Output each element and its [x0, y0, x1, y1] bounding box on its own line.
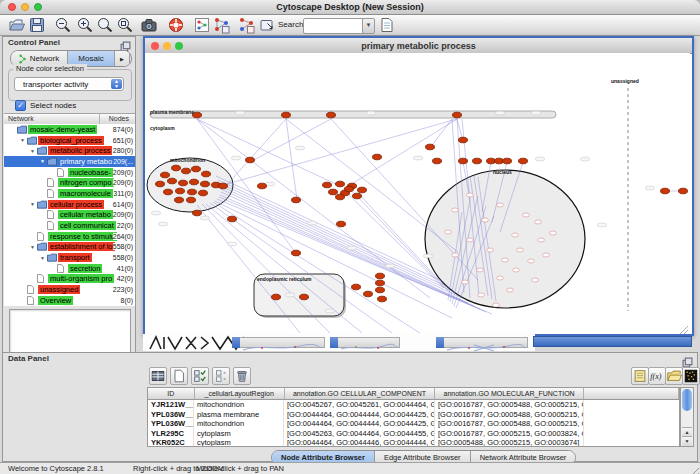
- network-node[interactable]: [661, 188, 670, 194]
- search-input[interactable]: [303, 18, 367, 34]
- background-window[interactable]: [232, 337, 325, 348]
- tree-row-secretion[interactable]: secretion41(0): [4, 263, 135, 274]
- network-node[interactable]: [192, 166, 201, 172]
- attribute-table-icon[interactable]: [149, 367, 167, 385]
- scroll-down-icon[interactable]: ▼: [682, 436, 692, 446]
- network-node[interactable]: [190, 179, 199, 185]
- network-node[interactable]: [300, 294, 309, 300]
- table-row-YJR121W__1[interactable]: YJR121W__1mitochondrion[GO:0045267, GO:0…: [148, 400, 679, 410]
- network-node[interactable]: [473, 158, 482, 164]
- network-node[interactable]: [352, 284, 361, 290]
- network-node[interactable]: [201, 181, 210, 187]
- tab-overflow-arrow[interactable]: ▶: [115, 51, 130, 66]
- network-canvas[interactable]: plasma membrane cytoplasm mitochondrion …: [145, 53, 690, 334]
- network-node[interactable]: [453, 112, 462, 118]
- network-node[interactable]: [364, 291, 373, 297]
- disclosure-triangle-icon[interactable]: ▼: [40, 255, 47, 261]
- table-row-YKR052C[interactable]: YKR052Ccytoplasm[GO:0044464, GO:0044446,…: [148, 438, 679, 447]
- node-color-dropdown[interactable]: transporter activity ▲▼: [14, 77, 124, 91]
- network-node[interactable]: [246, 157, 255, 163]
- import-file-icon[interactable]: [378, 16, 396, 34]
- overview-network-icon[interactable]: [193, 16, 211, 34]
- table-scrollbar[interactable]: ▲ ▼: [680, 387, 694, 447]
- network-node[interactable]: [193, 210, 202, 216]
- tree-row-response-to-stimulu[interactable]: response to stimulu264(0): [4, 231, 135, 242]
- tree-row-cell-communicat[interactable]: cell communicat22(0): [4, 220, 135, 231]
- unselect-attributes-icon[interactable]: [212, 367, 230, 385]
- float-panel-icon[interactable]: [120, 38, 131, 49]
- network-node[interactable]: [336, 181, 345, 187]
- function-builder-icon[interactable]: f(x): [648, 367, 666, 385]
- column-header-3[interactable]: annotation.GO MOLECULAR_FUNCTION: [435, 388, 584, 399]
- network-node[interactable]: [187, 197, 196, 203]
- column-header-0[interactable]: ID: [148, 388, 195, 399]
- network-node[interactable]: [156, 181, 165, 187]
- tree-row-biological-process[interactable]: ▼biological_process651(0): [4, 135, 135, 146]
- attribute-table-header[interactable]: ID_cellularLayoutRegionannotation.GO CEL…: [148, 388, 679, 400]
- network-node[interactable]: [336, 194, 345, 200]
- network-node[interactable]: [188, 189, 197, 195]
- column-header-2[interactable]: annotation.GO CELLULAR_COMPONENT: [285, 388, 436, 399]
- tree-row-establishment-of-lo[interactable]: ▼establishment of lo558(0): [4, 242, 135, 253]
- disclosure-triangle-icon[interactable]: ▼: [30, 244, 37, 250]
- network-node[interactable]: [172, 165, 181, 171]
- tree-row-mosaic-demo-yeast[interactable]: mosaic-demo-yeast874(0): [4, 124, 135, 135]
- select-nodes-checkbox[interactable]: ✓: [15, 100, 26, 111]
- vizmapper-edge-icon[interactable]: [238, 16, 256, 34]
- network-node[interactable]: [282, 112, 291, 118]
- disclosure-triangle-icon[interactable]: ▼: [40, 158, 47, 164]
- zoom-selected-icon[interactable]: [116, 16, 134, 34]
- network-node[interactable]: [168, 178, 177, 184]
- network-node[interactable]: [373, 154, 382, 160]
- tree-row-macromolecule[interactable]: macromolecule311(0): [4, 188, 135, 199]
- network-node[interactable]: [182, 168, 191, 174]
- float-panel-icon[interactable]: [682, 354, 693, 365]
- zoom-out-icon[interactable]: [54, 16, 72, 34]
- network-node[interactable]: [353, 193, 362, 199]
- tree-row-cellular-process[interactable]: ▼cellular process614(0): [4, 199, 135, 210]
- scrollbar-thumb[interactable]: [682, 389, 692, 411]
- network-node[interactable]: [199, 190, 208, 196]
- network-node[interactable]: [175, 197, 184, 203]
- network-node[interactable]: [345, 186, 354, 192]
- import-attributes-icon[interactable]: [665, 367, 683, 385]
- network-node[interactable]: [426, 144, 435, 150]
- tree-row-nitrogen-compo[interactable]: nitrogen compo209(0): [4, 177, 135, 188]
- network-node[interactable]: [358, 187, 367, 193]
- table-row-YPL036W__2[interactable]: YPL036W__2plasma membrane[GO:0044464, GO…: [148, 410, 679, 420]
- network-node[interactable]: [161, 172, 170, 178]
- tree-row-nucleobase-[interactable]: nucleobase-209(0): [4, 167, 135, 178]
- tree-row-primary-metabo[interactable]: ▼primary metabo209(...: [4, 156, 135, 167]
- network-node[interactable]: [376, 273, 385, 279]
- background-window[interactable]: [436, 337, 528, 348]
- network-node[interactable]: [376, 287, 385, 293]
- network-node[interactable]: [519, 158, 528, 164]
- tree-row-transport[interactable]: ▼transport558(0): [4, 252, 135, 263]
- tree-row-overview[interactable]: Overview8(0): [4, 295, 135, 306]
- matrix-icon[interactable]: [682, 367, 700, 385]
- network-node[interactable]: [337, 221, 346, 227]
- network-node[interactable]: [459, 158, 468, 164]
- resize-grip-icon[interactable]: [678, 322, 688, 332]
- disclosure-triangle-icon[interactable]: ▼: [30, 201, 37, 207]
- network-node[interactable]: [376, 280, 385, 286]
- network-node[interactable]: [327, 112, 336, 118]
- background-window[interactable]: [330, 337, 400, 348]
- vizmapper-node-icon[interactable]: [213, 16, 231, 34]
- network-node[interactable]: [272, 294, 281, 300]
- network-node[interactable]: [503, 158, 512, 164]
- network-node[interactable]: [329, 189, 338, 195]
- network-window-titlebar[interactable]: primary metabolic process: [145, 38, 692, 54]
- search-dropdown-icon[interactable]: ▼: [362, 18, 375, 34]
- table-row-YLR295C[interactable]: YLR295Ccytoplasm[GO:0045263, GO:0044464,…: [148, 429, 679, 439]
- delete-attribute-icon[interactable]: [233, 367, 251, 385]
- open-folder-icon[interactable]: [8, 16, 26, 34]
- app-titlebar[interactable]: Cytoscape Desktop (New Session): [0, 0, 700, 15]
- tree-row-unassigned[interactable]: unassigned223(0): [4, 284, 135, 295]
- network-node[interactable]: [292, 250, 301, 256]
- tree-row-multi-organism-pro[interactable]: multi-organism pro42(0): [4, 274, 135, 285]
- network-node[interactable]: [459, 137, 468, 143]
- table-row-YPL036W__1[interactable]: YPL036W__1mitochondrion[GO:0044464, GO:0…: [148, 419, 679, 429]
- network-node[interactable]: [228, 216, 237, 222]
- disclosure-triangle-icon[interactable]: ▼: [20, 137, 27, 143]
